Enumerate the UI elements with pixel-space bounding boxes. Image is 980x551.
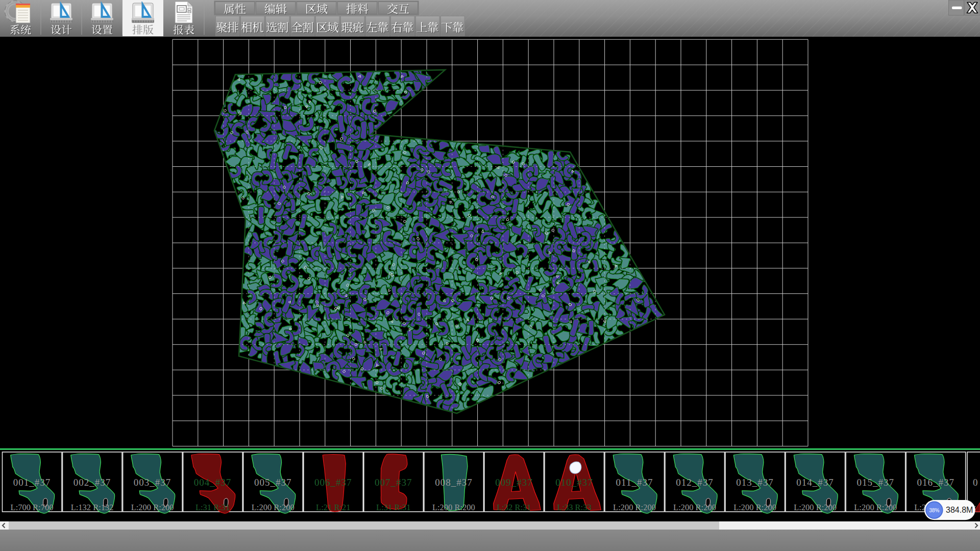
svg-text:L:200 R:200: L:200 R:200: [794, 503, 837, 512]
svg-text:016_#37: 016_#37: [917, 477, 954, 488]
svg-text:L:200 R:200: L:200 R:200: [432, 503, 475, 512]
svg-text:L:31 R:31: L:31 R:31: [376, 503, 410, 512]
svg-text:004_#37: 004_#37: [194, 477, 232, 488]
svg-text:L:200 R:200: L:200 R:200: [673, 503, 716, 512]
svg-text:L:32 R:31: L:32 R:31: [497, 503, 531, 512]
svg-text:L:200 R:200: L:200 R:200: [854, 503, 897, 512]
svg-text:015_#37: 015_#37: [856, 477, 894, 488]
svg-text:L:200 R:200: L:200 R:200: [613, 503, 656, 512]
svg-text:384.8M: 384.8M: [946, 506, 973, 514]
svg-text:L:33 R:33: L:33 R:33: [557, 503, 591, 512]
svg-text:38%: 38%: [929, 508, 939, 513]
svg-text:005_#37: 005_#37: [254, 477, 292, 488]
svg-text:L:200 R:200: L:200 R:200: [733, 503, 776, 512]
svg-text:009_#37: 009_#37: [495, 477, 533, 488]
svg-text:L:700 R:700: L:700 R:700: [11, 503, 54, 512]
svg-text:007_#37: 007_#37: [375, 477, 412, 488]
svg-text:006_#37: 006_#37: [314, 477, 352, 488]
svg-text:003_#37: 003_#37: [134, 477, 172, 488]
svg-text:L:200 R:200: L:200 R:200: [252, 503, 295, 512]
svg-text:010_#37: 010_#37: [555, 477, 593, 488]
svg-text:001_#37: 001_#37: [13, 477, 51, 488]
svg-text:L:21 R:21: L:21 R:21: [316, 503, 350, 512]
svg-text:0: 0: [973, 477, 978, 488]
svg-text:008_#37: 008_#37: [435, 477, 473, 488]
svg-text:L:132 R:132: L:132 R:132: [71, 503, 114, 512]
svg-text:011_#37: 011_#37: [616, 477, 653, 488]
svg-text:002_#37: 002_#37: [74, 477, 111, 488]
svg-text:013_#37: 013_#37: [736, 477, 774, 488]
svg-text:014_#37: 014_#37: [796, 477, 834, 488]
svg-text:012_#37: 012_#37: [676, 477, 714, 488]
svg-text:L:200 R:200: L:200 R:200: [131, 503, 174, 512]
svg-text:L:31 R:31: L:31 R:31: [195, 503, 230, 512]
